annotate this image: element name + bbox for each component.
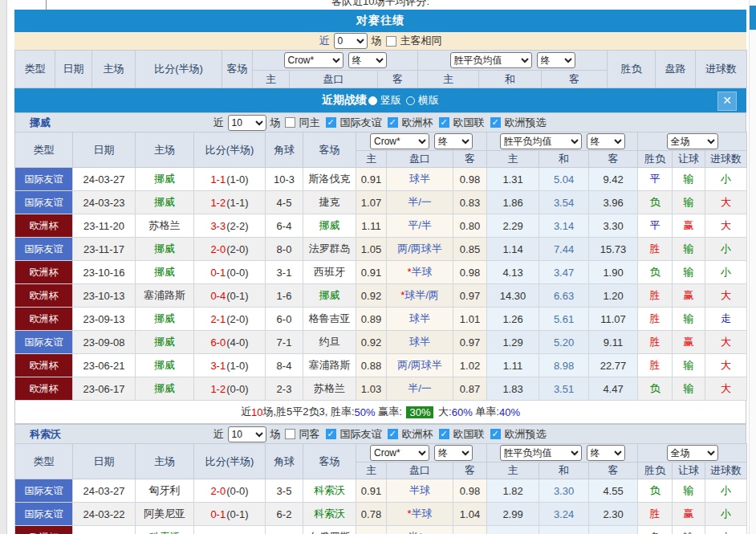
league-qualifier-checkbox[interactable]: ✓ <box>490 429 501 439</box>
league-friendly-checkbox[interactable]: ✓ <box>326 117 336 128</box>
h2h-games-select[interactable]: 0 <box>334 33 368 49</box>
match-type-badge: 国际友谊 <box>15 331 73 354</box>
same-venue-checkbox[interactable] <box>285 429 295 439</box>
result-goals: 小 <box>705 261 747 284</box>
league-friendly-checkbox[interactable]: ✓ <box>326 429 336 439</box>
bookmaker-select[interactable]: Crow* <box>284 52 343 68</box>
odds-source-group: Crow* 终 <box>253 51 418 71</box>
away-team: 科索沃 <box>303 503 356 526</box>
avg-lose: 9.11 <box>589 331 638 354</box>
match-type-badge: 国际友谊 <box>15 191 73 214</box>
full-match-select[interactable]: 全场 <box>667 133 718 149</box>
table-row: 欧洲杯23-10-16挪威0-1(0-0)3-1西班牙0.91*半球0.984.… <box>15 261 747 284</box>
result-scope-group: 全场 <box>638 444 747 463</box>
match-date: 23-11-22 <box>73 526 136 534</box>
result-handicap: 赢 <box>673 284 705 308</box>
col-type: 类型 <box>15 444 73 479</box>
avg-draw: 3.81 <box>539 526 589 534</box>
handicap: 半/一 <box>387 191 453 214</box>
away-team: 约旦 <box>303 331 356 354</box>
full-match-select[interactable]: 全场 <box>667 445 718 461</box>
odds-stage-select[interactable]: 终 <box>348 52 387 68</box>
avg-win: 1.82 <box>487 479 539 503</box>
scrollbar-thumb[interactable] <box>750 6 756 30</box>
games-count-select[interactable]: 10 <box>228 115 266 131</box>
match-type-badge: 欧洲杯 <box>15 308 73 331</box>
match-date: 23-09-08 <box>73 331 136 354</box>
col-corner: 角球 <box>266 132 303 168</box>
games-unit-label: 场 <box>270 116 281 130</box>
result-handicap: 输 <box>673 191 705 214</box>
col-type: 类型 <box>15 51 55 88</box>
col-score: 比分(半场) <box>194 132 266 168</box>
odds-stage-select[interactable]: 终 <box>434 133 473 149</box>
sub-draw: 和 <box>479 71 542 88</box>
avg-win: 1.26 <box>487 308 539 331</box>
sub-away: 客 <box>378 71 418 88</box>
league-eurocup-label: 欧洲杯 <box>402 116 433 130</box>
avg-odds-select[interactable]: 胜平负均值 <box>500 133 582 149</box>
same-venue-label: 同客 <box>299 427 320 442</box>
result-handicap: 输 <box>673 354 705 377</box>
bookmaker-select[interactable]: Crow* <box>370 133 429 149</box>
home-odds: 0.88 <box>356 354 387 377</box>
same-venue-label: 同主 <box>299 116 320 130</box>
sub-win: 主 <box>418 71 479 88</box>
league-nationsleague-label: 欧国联 <box>453 116 485 130</box>
col-result: 胜负 <box>638 463 673 479</box>
away-team: 西班牙 <box>303 261 356 284</box>
avg-odds-select[interactable]: 胜平负均值 <box>500 445 582 461</box>
corner-score: 8-0 <box>266 238 303 261</box>
vertical-radio[interactable] <box>368 96 377 105</box>
avg-stage-select[interactable]: 终 <box>587 445 625 461</box>
match-date: 23-11-20 <box>73 214 136 238</box>
avg-odds-select[interactable]: 胜平负均值 <box>450 52 532 68</box>
odds-stage-select[interactable]: 终 <box>434 445 473 461</box>
team-name: 挪威 <box>30 116 51 130</box>
sub-home: 主 <box>356 463 387 479</box>
summary-segment: 60% <box>452 406 473 418</box>
league-nationsleague-checkbox[interactable]: ✓ <box>439 429 449 439</box>
table-row: 国际友谊24-03-27匈牙利2-0(0-0)3-5科索沃0.91半球0.981… <box>15 479 747 503</box>
avg-win: 2.99 <box>487 503 539 526</box>
avg-lose: 22.77 <box>589 354 638 377</box>
corner-score: 3-1 <box>266 261 303 284</box>
vertical-scrollbar[interactable] <box>749 0 756 534</box>
avg-stage-select[interactable]: 终 <box>537 52 575 68</box>
league-qualifier-checkbox[interactable]: ✓ <box>490 117 501 128</box>
league-eurocup-checkbox[interactable]: ✓ <box>388 429 398 439</box>
handicap: *球半/两 <box>387 284 453 308</box>
away-odds: 1.04 <box>453 503 487 526</box>
result-handicap: 输 <box>673 168 705 191</box>
handicap: *半球 <box>387 503 453 526</box>
league-nationsleague-label: 欧国联 <box>453 427 485 442</box>
match-type-badge: 国际友谊 <box>15 168 73 191</box>
home-odds: 0.91 <box>356 479 387 503</box>
avg-odds-group: 胜平负均值 终 <box>418 51 608 71</box>
col-date: 日期 <box>73 444 136 479</box>
avg-stage-select[interactable]: 终 <box>587 133 625 149</box>
left-gutter <box>0 0 7 534</box>
league-nationsleague-checkbox[interactable]: ✓ <box>439 117 449 128</box>
col-goals: 进球数 <box>705 463 747 479</box>
col-result: 胜负 <box>608 51 656 88</box>
games-count-select[interactable]: 10 <box>228 426 266 442</box>
same-venue-checkbox[interactable] <box>285 117 295 128</box>
score: 1-2(0-0) <box>194 377 266 401</box>
col-date: 日期 <box>73 132 136 168</box>
summary-segment: 单率: <box>473 405 499 419</box>
result-win-lose: 负 <box>638 261 673 284</box>
result-goals: 小 <box>705 503 747 526</box>
table-row: 欧洲杯23-11-22科索沃0-1(0-1)8-1白俄罗斯0.84半/一1.06… <box>15 526 747 534</box>
horizontal-radio[interactable] <box>406 96 415 105</box>
league-eurocup-checkbox[interactable]: ✓ <box>388 117 398 128</box>
result-handicap: 输 <box>673 377 705 401</box>
away-odds: 1.06 <box>453 526 487 534</box>
home-team: 匈牙利 <box>136 479 194 503</box>
away-team: 苏格兰 <box>303 377 356 401</box>
bookmaker-select[interactable]: Crow* <box>370 445 429 461</box>
close-icon[interactable]: ✕ <box>717 92 737 111</box>
score: 1-2(1-1) <box>194 191 266 214</box>
same-home-away-checkbox[interactable] <box>386 36 396 47</box>
table-row: 欧洲杯23-09-13挪威2-1(2-0)6-0格鲁吉亚0.89球半1.011.… <box>15 308 747 331</box>
